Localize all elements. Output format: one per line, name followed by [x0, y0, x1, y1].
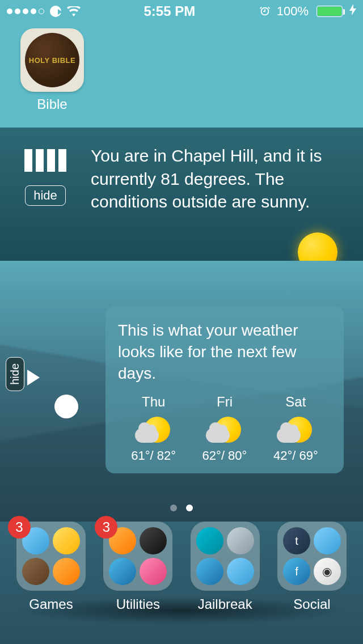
forecast-days-row: Thu 61°/ 82° Fri 62°/ 80° Sat 42°/ 69° [118, 394, 331, 463]
forecast-section[interactable]: hide This is what your weather looks lik… [0, 261, 363, 522]
weather-current-widget[interactable]: hide You are in Chapel Hill, and it is c… [0, 128, 363, 261]
dock: 3 Games 3 Utilities [0, 522, 363, 644]
status-time: 5:55 PM [144, 3, 196, 19]
app-bible[interactable]: HOLY BIBLE Bible [20, 28, 363, 112]
mini-app-icon [314, 527, 341, 554]
status-bar: 5:55 PM 100% [0, 0, 363, 23]
mini-app-icon [227, 527, 254, 554]
folder-icon[interactable] [191, 522, 260, 591]
status-left [7, 6, 81, 17]
home-screen-page[interactable]: HOLY BIBLE Bible [0, 23, 363, 128]
app-label: Bible [20, 96, 84, 112]
mini-app-icon: ◉ [314, 558, 341, 585]
carrier-icon [50, 6, 61, 17]
partly-cloudy-icon [276, 413, 315, 445]
forecast-day-name: Thu [142, 394, 165, 410]
mini-app-icon [109, 558, 136, 585]
mini-app-icon [227, 558, 254, 585]
forecast-intro-text: This is what your weather looks like for… [118, 320, 331, 384]
folder-games[interactable]: 3 Games [14, 522, 88, 612]
hide-button[interactable]: hide [25, 185, 66, 206]
folder-icon[interactable]: t f ◉ [277, 522, 347, 591]
widget-controls: hide [17, 145, 74, 249]
callout-pointer-icon [27, 370, 40, 385]
mini-app-icon [53, 558, 80, 585]
app-icon[interactable]: HOLY BIBLE [20, 28, 84, 92]
folder-label: Utilities [116, 596, 160, 612]
weather-summary-text: You are in Chapel Hill, and it is curren… [91, 145, 346, 249]
mini-app-icon [140, 558, 167, 585]
partly-cloudy-icon [205, 413, 244, 445]
partly-cloudy-icon [134, 413, 174, 445]
forecast-day: Fri 62°/ 80° [202, 394, 247, 463]
mini-app-icon [22, 558, 49, 585]
page-dot[interactable] [170, 505, 177, 511]
forecast-card[interactable]: This is what your weather looks like for… [105, 306, 344, 473]
notification-badge: 3 [8, 516, 31, 539]
alarm-icon [259, 5, 271, 18]
folder-jailbreak[interactable]: Jailbreak [188, 522, 263, 612]
status-right: 100% [259, 4, 356, 19]
mini-app-icon [140, 527, 167, 554]
battery-icon [316, 6, 343, 17]
forecast-day-temps: 62°/ 80° [202, 448, 247, 463]
folder-label: Social [293, 596, 330, 612]
mini-app-icon: t [283, 527, 310, 554]
wifi-icon [67, 6, 81, 16]
forecast-day-name: Fri [217, 394, 233, 410]
mini-app-icon [53, 527, 80, 554]
folder-utilities[interactable]: 3 Utilities [100, 522, 175, 612]
forecast-day: Thu 61°/ 82° [131, 394, 176, 463]
folder-label: Games [29, 596, 73, 612]
forecast-day-name: Sat [285, 394, 306, 410]
forecast-day-temps: 61°/ 82° [131, 448, 176, 463]
forecast-day: Sat 42°/ 69° [273, 394, 318, 463]
hide-tab-button[interactable]: hide [6, 357, 24, 391]
folder-social[interactable]: t f ◉ Social [275, 522, 349, 612]
bible-icon: HOLY BIBLE [25, 33, 79, 87]
mini-app-icon: f [283, 558, 310, 585]
folder-label: Jailbreak [198, 596, 252, 612]
forecast-day-temps: 42°/ 69° [273, 448, 318, 463]
mini-app-icon [196, 558, 223, 585]
page-dot-active[interactable] [186, 505, 193, 511]
signal-dots [7, 9, 44, 14]
page-indicator[interactable] [0, 505, 363, 511]
battery-percentage: 100% [277, 4, 309, 19]
callout-dot-icon [54, 395, 78, 418]
mini-app-icon [196, 527, 223, 554]
widget-logo-icon [24, 149, 66, 172]
charging-icon [349, 4, 356, 19]
